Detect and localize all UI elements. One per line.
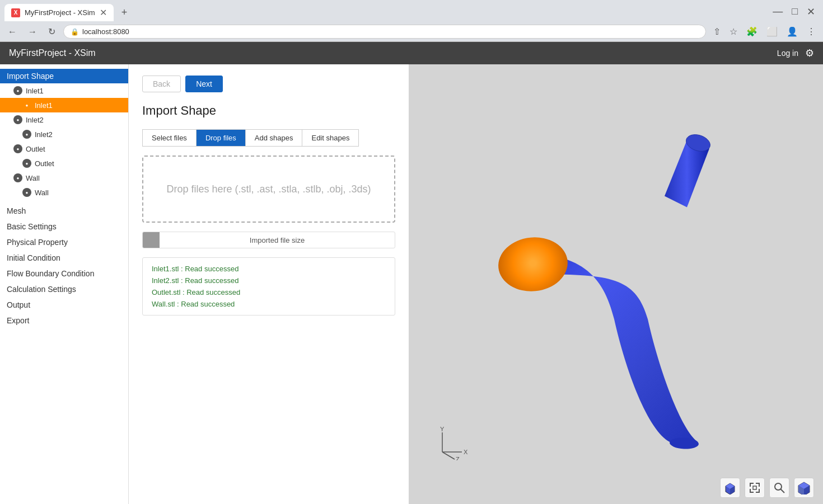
menu-btn[interactable]: ⋮ xyxy=(804,25,819,38)
search-icon[interactable] xyxy=(769,478,789,498)
extensions-btn[interactable]: 🧩 xyxy=(743,25,760,38)
address-bar[interactable]: 🔒 xyxy=(63,25,706,39)
sidebar-item-flow-boundary-condition[interactable]: Flow Boundary Condition xyxy=(0,266,128,281)
sidebar-item-outlet-parent[interactable]: Outlet xyxy=(0,142,128,156)
inlet1-active-label: Inlet1 xyxy=(35,101,53,110)
app-body: Import Shape Inlet1 Inlet1 Inlet2 Inlet2… xyxy=(0,64,823,504)
sidebar-item-inlet1-parent[interactable]: Inlet1 xyxy=(0,83,128,98)
eye-icon-inlet1-active xyxy=(22,101,31,110)
share-btn[interactable]: ⇧ xyxy=(710,25,723,38)
svg-rect-12 xyxy=(759,483,760,487)
file-result-wall: Wall.stl : Read successed xyxy=(152,300,386,308)
sidebar-item-inlet2-parent[interactable]: Inlet2 xyxy=(0,112,128,127)
address-input[interactable] xyxy=(82,27,699,36)
svg-text:Y: Y xyxy=(440,427,445,432)
sidebar-item-output[interactable]: Output xyxy=(0,297,128,313)
toolbar: Back Next xyxy=(142,76,395,92)
sidebar-item-inlet2-child[interactable]: Inlet2 xyxy=(0,127,128,142)
sidebar-item-basic-settings[interactable]: Basic Settings xyxy=(0,219,128,234)
drop-zone[interactable]: Drop files here (.stl, .ast, .stla, .stl… xyxy=(142,156,395,223)
tab-select-files[interactable]: Select files xyxy=(143,130,197,146)
eye-icon-inlet1 xyxy=(13,86,22,95)
sidebar-toggle-btn[interactable]: ⬜ xyxy=(764,25,780,38)
forward-nav-btn[interactable]: → xyxy=(25,25,40,39)
tab-close-btn[interactable]: ✕ xyxy=(100,7,107,18)
bookmark-btn[interactable]: ☆ xyxy=(727,25,740,38)
next-button[interactable]: Next xyxy=(185,76,223,92)
inlet2-child-label: Inlet2 xyxy=(35,130,53,139)
tab-add-shapes[interactable]: Add shapes xyxy=(246,130,303,146)
sidebar-item-mesh[interactable]: Mesh xyxy=(0,203,128,219)
eye-icon-inlet2 xyxy=(13,115,22,124)
window-restore[interactable]: □ xyxy=(788,6,801,18)
import-shape-label: Import Shape xyxy=(7,72,54,81)
sidebar-item-inlet1-active[interactable]: Inlet1 xyxy=(0,98,128,112)
app-title: MyFirstProject - XSim xyxy=(9,48,96,58)
axes-indicator: Y X Z xyxy=(431,427,470,462)
eye-icon-wall-child xyxy=(22,188,31,197)
sidebar-item-initial-condition[interactable]: Initial Condition xyxy=(0,250,128,266)
svg-text:X: X xyxy=(464,449,468,455)
eye-icon-wall xyxy=(13,173,22,182)
tab-edit-shapes[interactable]: Edit shapes xyxy=(302,130,358,146)
svg-rect-14 xyxy=(750,489,751,493)
sidebar: Import Shape Inlet1 Inlet1 Inlet2 Inlet2… xyxy=(0,64,129,504)
viewport-toolbar xyxy=(720,478,814,498)
browser-tab[interactable]: X MyFirstProject - XSim ✕ xyxy=(4,4,114,21)
reload-btn[interactable]: ↻ xyxy=(45,24,59,39)
orient-cube-btn[interactable] xyxy=(794,478,814,498)
sidebar-item-physical-property[interactable]: Physical Property xyxy=(0,234,128,250)
outlet-parent-label: Outlet xyxy=(26,145,45,153)
lock-icon: 🔒 xyxy=(71,28,79,36)
page-title: Import Shape xyxy=(142,103,395,118)
inlet2-parent-label: Inlet2 xyxy=(26,116,44,124)
wall-child-label: Wall xyxy=(35,189,49,197)
login-button[interactable]: Log in xyxy=(777,49,798,58)
file-result-outlet: Outlet.stl : Read successed xyxy=(152,288,386,296)
back-nav-btn[interactable]: ← xyxy=(4,25,20,39)
sidebar-item-wall-parent[interactable]: Wall xyxy=(0,171,128,185)
svg-rect-17 xyxy=(753,486,756,489)
profile-btn[interactable]: 👤 xyxy=(784,25,801,38)
tab-bar: Select files Drop files Add shapes Edit … xyxy=(142,129,359,147)
wall-parent-label: Wall xyxy=(26,174,40,182)
new-tab-button[interactable]: + xyxy=(116,3,133,22)
sidebar-item-import-shape[interactable]: Import Shape xyxy=(0,69,128,83)
eye-icon-outlet xyxy=(13,144,22,153)
sidebar-item-wall-child[interactable]: Wall xyxy=(0,185,128,200)
window-controls: — □ ✕ xyxy=(769,6,819,20)
back-button[interactable]: Back xyxy=(142,76,181,92)
app-header: MyFirstProject - XSim Log in ⚙ xyxy=(0,42,823,64)
svg-rect-10 xyxy=(750,483,751,487)
sidebar-item-calculation-settings[interactable]: Calculation Settings xyxy=(0,281,128,297)
main-panel: Back Next Import Shape Select files Drop… xyxy=(129,64,409,504)
inlet1-parent-label: Inlet1 xyxy=(26,87,44,95)
file-result-inlet1: Inlet1.stl : Read successed xyxy=(152,265,386,273)
tab-favicon: X xyxy=(11,8,20,17)
progress-label: Imported file size xyxy=(160,234,395,247)
sidebar-item-export[interactable]: Export xyxy=(0,313,128,328)
file-list: Inlet1.stl : Read successed Inlet2.stl :… xyxy=(142,257,395,315)
eye-icon-inlet2-child xyxy=(22,130,31,139)
drop-zone-text: Drop files here (.stl, .ast, .stla, .stl… xyxy=(166,183,371,195)
viewport: Y X Z xyxy=(409,64,823,504)
fit-view-btn[interactable] xyxy=(745,478,765,498)
sidebar-item-outlet-child[interactable]: Outlet xyxy=(0,156,128,171)
eye-icon-outlet-child xyxy=(22,159,31,168)
window-minimize[interactable]: — xyxy=(769,6,786,18)
viewport-canvas[interactable] xyxy=(409,64,823,504)
svg-rect-16 xyxy=(759,489,760,493)
settings-gear-icon[interactable]: ⚙ xyxy=(805,47,814,59)
file-result-inlet2: Inlet2.stl : Read successed xyxy=(152,276,386,285)
tab-drop-files[interactable]: Drop files xyxy=(197,130,246,146)
outlet-child-label: Outlet xyxy=(35,159,54,168)
svg-line-19 xyxy=(781,489,785,493)
svg-point-18 xyxy=(775,483,782,490)
window-close[interactable]: ✕ xyxy=(803,6,819,18)
progress-bar: Imported file size xyxy=(142,232,395,248)
progress-fill xyxy=(143,232,160,248)
cube-view-btn[interactable] xyxy=(720,478,740,498)
svg-line-4 xyxy=(442,452,455,459)
tab-title: MyFirstProject - XSim xyxy=(25,8,95,17)
svg-text:Z: Z xyxy=(456,456,460,460)
